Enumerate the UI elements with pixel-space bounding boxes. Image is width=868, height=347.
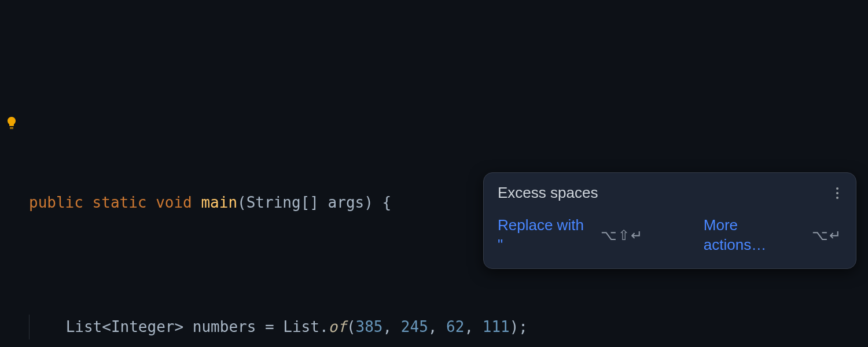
popup-actions: Replace with " ⌥⇧↵ More actions… ⌥↵ xyxy=(484,210,856,265)
code-line[interactable]: List<Integer> numbers = List.of(385, 245… xyxy=(0,315,868,339)
keyword: public xyxy=(29,190,83,215)
lightbulb-icon[interactable] xyxy=(3,115,20,131)
keyword: void xyxy=(156,190,192,215)
number-literal: 111 xyxy=(483,315,510,339)
number-literal: 245 xyxy=(401,315,428,339)
code-editor[interactable]: public static void main(String[] args) {… xyxy=(0,0,868,347)
code-text: (String[] args) { xyxy=(237,190,391,215)
keyword: static xyxy=(93,190,147,215)
number-literal: 385 xyxy=(356,315,383,339)
method-name: main xyxy=(201,190,237,215)
shortcut-label: ⌥↵ xyxy=(812,226,842,244)
shortcut-label: ⌥⇧↵ xyxy=(601,226,643,244)
kebab-menu-icon[interactable] xyxy=(833,184,842,202)
static-call: of xyxy=(329,315,347,339)
number-literal: 62 xyxy=(446,315,464,339)
replace-with-action[interactable]: Replace with " xyxy=(498,216,591,255)
svg-rect-0 xyxy=(10,128,13,129)
popup-header: Excess spaces xyxy=(484,173,856,210)
popup-title: Excess spaces xyxy=(498,183,598,203)
quick-fix-popup: Excess spaces Replace with " ⌥⇧↵ More ac… xyxy=(483,172,856,269)
more-actions-button[interactable]: More actions… xyxy=(704,216,803,255)
code-text: List<Integer> numbers = List. xyxy=(66,315,329,339)
indent-guide xyxy=(29,315,66,339)
